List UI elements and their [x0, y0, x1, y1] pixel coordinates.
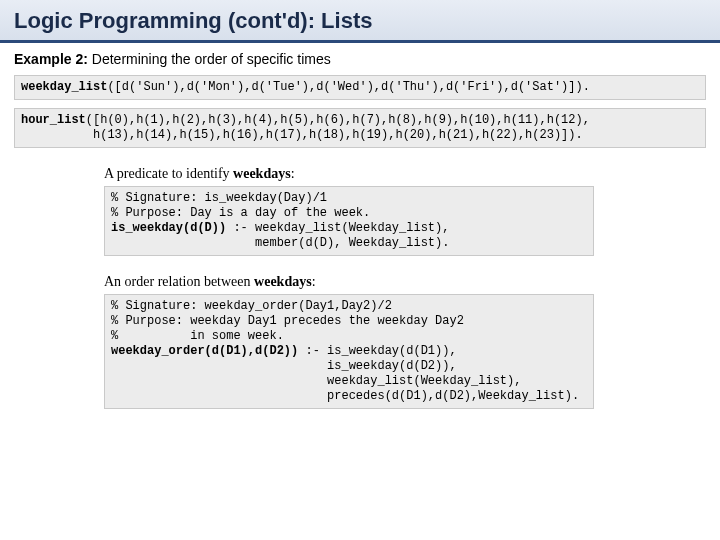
code-kw: weekday_order(d(D1),d(D2)) — [111, 344, 298, 358]
content-area: Example 2: Determining the order of spec… — [0, 43, 720, 409]
header-bar: Logic Programming (cont'd): Lists — [0, 0, 720, 43]
code-rest: ([d('Sun'),d('Mon'),d('Tue'),d('Wed'),d(… — [107, 80, 589, 94]
code-kw: hour_list — [21, 113, 86, 127]
code-line: % Purpose: Day is a day of the week. — [111, 206, 370, 220]
example-label: Example 2: — [14, 51, 88, 67]
code-line: % Signature: weekday_order(Day1,Day2)/2 — [111, 299, 392, 313]
section-weekday-order: An order relation between weekdays: % Si… — [104, 274, 706, 409]
code-rest: :- is_weekday(d(D1)), — [298, 344, 456, 358]
code-is-weekday: % Signature: is_weekday(Day)/1 % Purpose… — [104, 186, 594, 256]
code-line: weekday_list(Weekday_list), — [111, 374, 521, 388]
example-text: Determining the order of specific times — [88, 51, 331, 67]
code-line1: ([h(0),h(1),h(2),h(3),h(4),h(5),h(6),h(7… — [86, 113, 590, 127]
section-is-weekday: A predicate to identify weekdays: % Sign… — [104, 166, 706, 256]
heading-pre: A predicate to identify — [104, 166, 233, 181]
code-line: is_weekday(d(D2)), — [111, 359, 457, 373]
code-line: precedes(d(D1),d(D2),Weekday_list). — [111, 389, 579, 403]
heading-bold: weekdays — [233, 166, 291, 181]
code-line: % Purpose: weekday Day1 precedes the wee… — [111, 314, 464, 328]
section-heading: An order relation between weekdays: — [104, 274, 706, 290]
code-line2: h(13),h(14),h(15),h(16),h(17),h(18),h(19… — [21, 128, 583, 142]
code-kw: weekday_list — [21, 80, 107, 94]
code-weekday-list: weekday_list([d('Sun'),d('Mon'),d('Tue')… — [14, 75, 706, 100]
code-kw: is_weekday(d(D)) — [111, 221, 226, 235]
example-heading: Example 2: Determining the order of spec… — [14, 51, 706, 67]
code-line: % in some week. — [111, 329, 284, 343]
heading-post: : — [291, 166, 295, 181]
heading-post: : — [312, 274, 316, 289]
heading-bold: weekdays — [254, 274, 312, 289]
page-title: Logic Programming (cont'd): Lists — [14, 8, 706, 34]
code-weekday-order: % Signature: weekday_order(Day1,Day2)/2 … — [104, 294, 594, 409]
code-rest: :- weekday_list(Weekday_list), — [226, 221, 449, 235]
heading-pre: An order relation between — [104, 274, 254, 289]
code-hour-list: hour_list([h(0),h(1),h(2),h(3),h(4),h(5)… — [14, 108, 706, 148]
section-heading: A predicate to identify weekdays: — [104, 166, 706, 182]
code-line: % Signature: is_weekday(Day)/1 — [111, 191, 327, 205]
code-line: member(d(D), Weekday_list). — [111, 236, 449, 250]
